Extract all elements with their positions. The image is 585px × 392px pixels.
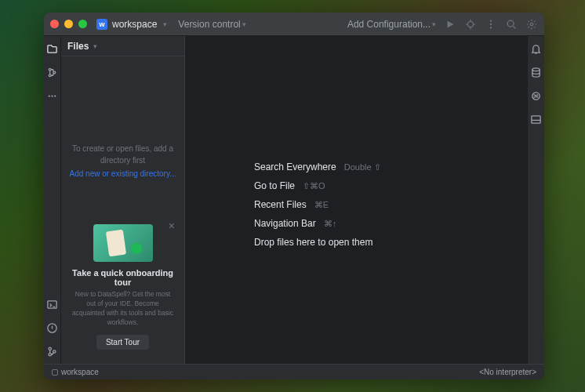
shortcut-recent-files: Recent Files ⌘E [254, 199, 381, 210]
chevron-down-icon: ▾ [93, 42, 97, 50]
project-name[interactable]: workspace [112, 19, 157, 30]
svg-point-4 [507, 20, 514, 27]
svg-rect-12 [48, 300, 56, 307]
body-area: Files ▾ To create or open files, add a d… [44, 36, 544, 364]
svg-point-5 [530, 23, 533, 26]
svg-point-9 [49, 95, 50, 96]
chevron-down-icon: ▾ [242, 20, 246, 28]
svg-point-10 [51, 95, 53, 96]
sidebar-header[interactable]: Files ▾ [61, 36, 184, 56]
onboarding-title: Take a quick onboarding tour [72, 268, 173, 287]
structure-tool-icon[interactable] [46, 66, 59, 78]
problems-tool-icon[interactable] [46, 321, 59, 334]
svg-point-7 [49, 74, 51, 76]
sidebar-title: Files [67, 41, 89, 52]
status-badge-icon [52, 369, 58, 376]
project-icon: w [96, 19, 107, 30]
panel-icon[interactable] [530, 113, 543, 125]
titlebar: w workspace ▾ Version control ▾ Add Conf… [44, 13, 544, 36]
git-tool-icon[interactable] [46, 345, 59, 358]
close-window-button[interactable] [50, 20, 59, 28]
drop-files-hint: Drop files here to open them [254, 237, 381, 248]
chevron-down-icon: ▾ [163, 20, 167, 28]
shortcut-go-to-file: Go to File ⇧⌘O [254, 180, 381, 191]
search-icon[interactable] [505, 18, 518, 31]
svg-point-15 [49, 353, 51, 355]
jupyter-icon[interactable] [530, 89, 543, 102]
version-control-menu[interactable]: Version control ▾ [178, 19, 245, 30]
maximize-window-button[interactable] [78, 20, 87, 28]
notifications-icon[interactable] [530, 42, 543, 55]
onboarding-illustration [93, 224, 153, 262]
more-tools-icon[interactable] [46, 89, 59, 102]
statusbar: workspace <No interpreter> [44, 364, 544, 379]
close-icon[interactable]: × [169, 220, 175, 232]
svg-point-2 [490, 23, 492, 24]
editor-area[interactable]: Search Everywhere Double ⇧ Go to File ⇧⌘… [185, 36, 527, 364]
project-tool-icon[interactable] [46, 42, 59, 55]
onboarding-description: New to DataSpell? Get the most out of yo… [72, 290, 173, 328]
right-tool-rail [527, 36, 544, 364]
database-icon[interactable] [530, 66, 543, 78]
project-sidebar: Files ▾ To create or open files, add a d… [61, 36, 185, 364]
svg-point-11 [54, 95, 56, 96]
more-icon[interactable] [485, 18, 497, 31]
svg-point-0 [468, 21, 474, 27]
terminal-tool-icon[interactable] [46, 298, 59, 310]
svg-point-14 [49, 347, 51, 350]
debug-icon[interactable] [464, 18, 477, 31]
svg-point-6 [49, 68, 51, 71]
welcome-shortcuts-list: Search Everywhere Double ⇧ Go to File ⇧⌘… [254, 162, 381, 248]
left-tool-rail [44, 36, 61, 364]
add-configuration-button[interactable]: Add Configuration... ▾ [347, 19, 436, 30]
minimize-window-button[interactable] [64, 20, 73, 28]
sidebar-empty-state: To create or open files, add a directory… [61, 56, 184, 180]
run-icon[interactable] [444, 18, 456, 31]
settings-icon[interactable] [525, 18, 538, 31]
svg-rect-19 [532, 115, 540, 122]
shortcut-search-everywhere: Search Everywhere Double ⇧ [254, 162, 381, 172]
shortcut-navigation-bar: Navigation Bar ⌘↑ [254, 218, 381, 229]
svg-point-3 [490, 27, 492, 28]
start-tour-button[interactable]: Start Tour [96, 335, 149, 350]
status-project[interactable]: workspace [52, 368, 99, 376]
ide-window: w workspace ▾ Version control ▾ Add Conf… [44, 13, 544, 379]
window-controls [50, 20, 87, 28]
svg-point-1 [490, 20, 492, 21]
chevron-down-icon: ▾ [432, 20, 436, 28]
svg-point-17 [532, 67, 540, 71]
empty-state-text: To create or open files, add a directory… [66, 143, 180, 166]
onboarding-card: × Take a quick onboarding tour New to Da… [67, 218, 178, 358]
svg-point-18 [532, 92, 540, 99]
status-interpreter[interactable]: <No interpreter> [479, 368, 536, 376]
add-directory-link[interactable]: Add new or existing directory... [66, 168, 180, 180]
